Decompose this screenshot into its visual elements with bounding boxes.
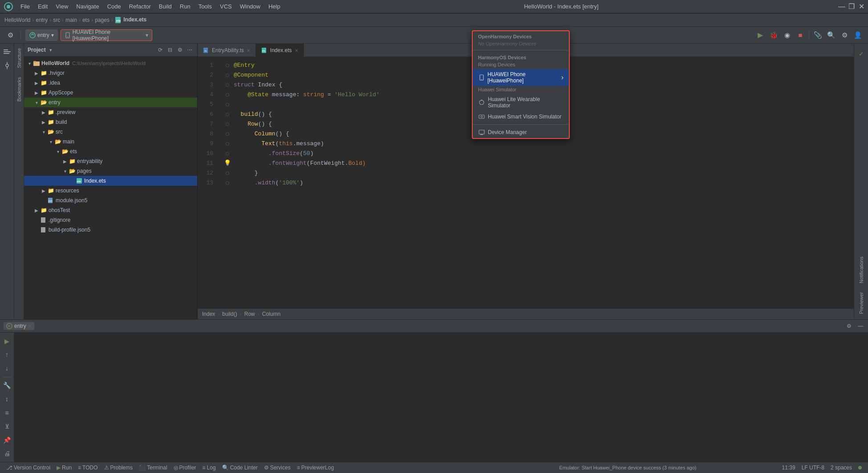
dropdown-lite-wearable[interactable]: Huawei Lite Wearable Simulator bbox=[473, 94, 569, 111]
bc-column[interactable]: Column bbox=[262, 311, 280, 317]
bookmarks-label[interactable]: Bookmarks bbox=[16, 73, 23, 106]
tree-item-main[interactable]: ▾ 📂 main bbox=[24, 137, 197, 147]
status-version-control[interactable]: ⎇ Version Control bbox=[4, 465, 52, 471]
breadcrumb-helloworld[interactable]: HelloWorld bbox=[4, 17, 30, 23]
run-expand-icon[interactable]: ↕ bbox=[1, 393, 13, 405]
menu-refactor[interactable]: Refactor bbox=[126, 2, 154, 11]
attach-button[interactable]: 📎 bbox=[812, 29, 823, 41]
tree-item-build[interactable]: ▶ 📁 build bbox=[24, 117, 197, 127]
breadcrumb-entry[interactable]: entry bbox=[36, 17, 48, 23]
stop-button[interactable]: ■ bbox=[795, 29, 806, 41]
tab-entryability[interactable]: .ts EntryAbility.ts ✕ bbox=[198, 44, 256, 57]
run-button[interactable]: ▶ bbox=[754, 29, 766, 41]
status-encoding[interactable]: LF UTF-8 bbox=[800, 465, 826, 471]
commit-icon[interactable] bbox=[1, 59, 13, 72]
tree-item-idea[interactable]: ▶ 📁 .idea bbox=[24, 78, 197, 88]
tree-item-appscope[interactable]: ▶ 📁 AppScope bbox=[24, 88, 197, 98]
run-tab-close[interactable]: ✕ bbox=[28, 324, 32, 329]
menu-navigate[interactable]: Navigate bbox=[73, 2, 102, 11]
menu-file[interactable]: File bbox=[17, 2, 33, 11]
tree-item-resources[interactable]: ▶ 📁 resources bbox=[24, 186, 197, 196]
breadcrumb-src[interactable]: src bbox=[53, 17, 60, 23]
menu-vcs[interactable]: VCS bbox=[216, 2, 235, 11]
tree-item-pages[interactable]: ▾ 📂 pages bbox=[24, 166, 197, 176]
tab-indexets-close[interactable]: ✕ bbox=[295, 48, 298, 53]
tree-item-ohostest[interactable]: ▶ 📁 ohosTest bbox=[24, 205, 197, 215]
maximize-button[interactable]: ❐ bbox=[848, 4, 855, 10]
tree-item-buildprofile[interactable]: ▶ build-profile.json5 bbox=[24, 225, 197, 235]
menu-view[interactable]: View bbox=[52, 2, 72, 11]
status-log[interactable]: ≡ Log bbox=[201, 465, 218, 471]
tree-item-src[interactable]: ▾ 📂 src bbox=[24, 127, 197, 137]
panel-sync-icon[interactable]: ⟳ bbox=[156, 46, 164, 54]
menu-help[interactable]: Help bbox=[265, 2, 284, 11]
menu-window[interactable]: Window bbox=[236, 2, 264, 11]
tree-item-entry[interactable]: ▾ 📂 entry bbox=[24, 98, 197, 107]
minimize-button[interactable]: — bbox=[839, 4, 845, 10]
structure-label[interactable]: Structure bbox=[16, 44, 23, 73]
tree-item-entryability[interactable]: ▶ 📁 entryability bbox=[24, 156, 197, 166]
run-pin-icon[interactable]: 📌 bbox=[1, 434, 13, 446]
panel-collapse-icon[interactable]: ⊟ bbox=[166, 46, 174, 54]
breadcrumb-indexets[interactable]: ets Index.ets bbox=[115, 16, 146, 23]
status-terminal[interactable]: ⬛ Terminal bbox=[137, 465, 169, 471]
account-icon[interactable]: 👤 bbox=[852, 29, 864, 41]
bc-build[interactable]: build() bbox=[222, 311, 237, 317]
run-print-icon[interactable]: 🖨 bbox=[1, 447, 13, 460]
status-run[interactable]: ▶ Run bbox=[55, 465, 73, 471]
checkmark-icon[interactable]: ✓ bbox=[855, 48, 868, 60]
run-lines-icon[interactable]: ≡ bbox=[1, 407, 13, 419]
device-selector[interactable]: HUAWEI Phone [HuaweiPhone] ▾ bbox=[61, 29, 152, 41]
run-filter-icon[interactable]: ⊻ bbox=[1, 420, 13, 432]
dropdown-device-manager[interactable]: Device Manager bbox=[473, 126, 569, 138]
breadcrumb-pages[interactable]: pages bbox=[95, 17, 110, 23]
status-todo[interactable]: ≡ TODO bbox=[76, 465, 99, 471]
settings-icon[interactable]: ⚙ bbox=[839, 29, 850, 41]
tree-item-gitignore[interactable]: ▶ .gitignore bbox=[24, 215, 197, 225]
entry-selector[interactable]: entry ▾ bbox=[25, 29, 58, 41]
menu-tools[interactable]: Tools bbox=[195, 2, 215, 11]
tab-entryability-close[interactable]: ✕ bbox=[247, 48, 250, 53]
tree-item-preview[interactable]: ▶ 📁 .preview bbox=[24, 107, 197, 117]
project-icon[interactable] bbox=[1, 46, 13, 58]
run-play-icon[interactable]: ▶ bbox=[1, 335, 13, 347]
notifications-label[interactable]: Notifications bbox=[858, 253, 865, 287]
status-problems[interactable]: ⚠ Problems bbox=[102, 465, 135, 471]
search-icon[interactable]: 🔍 bbox=[825, 29, 837, 41]
device-dropdown[interactable]: OpenHarmony Devices No OpenHarmony Devic… bbox=[472, 30, 570, 139]
run-down-icon[interactable]: ↓ bbox=[1, 362, 13, 375]
close-button[interactable]: ✕ bbox=[858, 4, 864, 10]
tree-item-modulejson5[interactable]: ▶ json module.json5 bbox=[24, 196, 197, 205]
breadcrumb-ets[interactable]: ets bbox=[82, 17, 89, 23]
run-panel-settings[interactable]: ⚙ bbox=[845, 322, 853, 330]
dropdown-smart-vision[interactable]: Huawei Smart Vision Simulator bbox=[473, 111, 569, 122]
run-wrench-icon[interactable]: 🔧 bbox=[1, 379, 13, 392]
status-services[interactable]: ⚙ Services bbox=[262, 465, 292, 471]
menu-edit[interactable]: Edit bbox=[34, 2, 51, 11]
menu-build[interactable]: Build bbox=[155, 2, 175, 11]
tree-item-helloworld[interactable]: ▾ HelloWorld C:\Users\amy\projects\Hello… bbox=[24, 58, 197, 68]
bc-row[interactable]: Row bbox=[244, 311, 255, 317]
breadcrumb-main[interactable]: main bbox=[65, 17, 77, 23]
run-up-icon[interactable]: ↑ bbox=[1, 349, 13, 361]
bc-index[interactable]: Index bbox=[202, 311, 215, 317]
status-previewer-log[interactable]: ≡ PreviewerLog bbox=[295, 465, 336, 471]
run-panel-close[interactable]: — bbox=[856, 322, 864, 330]
profile-button[interactable]: ◉ bbox=[781, 29, 793, 41]
status-code-linter[interactable]: 🔍 Code Linter bbox=[220, 465, 260, 471]
menu-run[interactable]: Run bbox=[176, 2, 194, 11]
panel-settings-icon[interactable]: ⚙ bbox=[176, 46, 184, 54]
status-spaces[interactable]: 2 spaces bbox=[829, 465, 854, 471]
dropdown-huawei-phone[interactable]: HUAWEI Phone [HuaweiPhone] › bbox=[473, 69, 569, 86]
tree-item-ets[interactable]: ▾ 📂 ets bbox=[24, 147, 197, 156]
debug-button[interactable]: 🐞 bbox=[768, 29, 779, 41]
run-tab-entry[interactable]: entry ✕ bbox=[4, 322, 34, 330]
menu-code[interactable]: Code bbox=[104, 2, 125, 11]
settings-gear-icon[interactable]: ⚙ bbox=[4, 29, 16, 41]
status-profiler[interactable]: ◎ Profiler bbox=[172, 465, 198, 471]
tree-item-hvigor[interactable]: ▶ 📁 .hvigor bbox=[24, 68, 197, 78]
previewer-label[interactable]: Previewer bbox=[858, 289, 865, 318]
tab-indexets[interactable]: ets Index.ets ✕ bbox=[256, 44, 304, 57]
panel-more-icon[interactable]: ⋯ bbox=[186, 46, 194, 54]
tree-item-indexets[interactable]: ▶ ets Index.ets bbox=[24, 176, 197, 186]
